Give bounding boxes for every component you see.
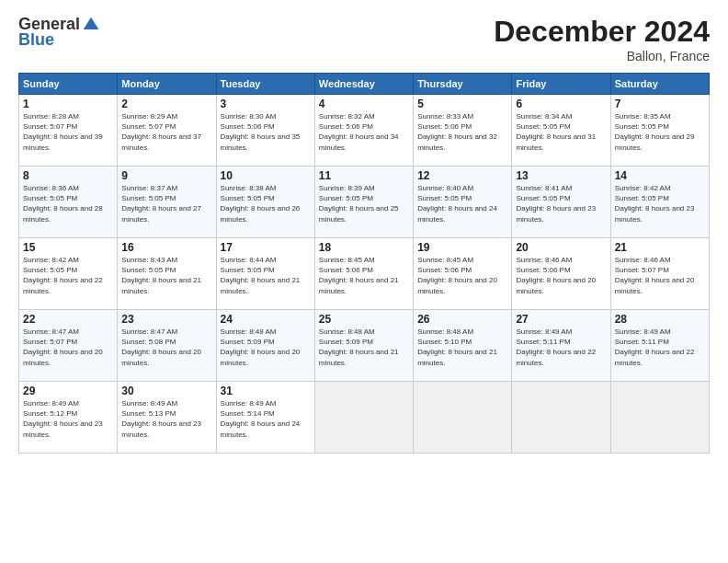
table-row: 14Sunrise: 8:42 AMSunset: 5:05 PMDayligh… — [610, 167, 709, 238]
day-info: Sunrise: 8:29 AMSunset: 5:07 PMDaylight:… — [121, 111, 211, 153]
table-row: 7Sunrise: 8:35 AMSunset: 5:05 PMDaylight… — [610, 95, 709, 167]
day-number: 10 — [221, 169, 311, 182]
table-row — [512, 382, 610, 454]
day-number: 14 — [615, 169, 705, 182]
table-row: 30Sunrise: 8:49 AMSunset: 5:13 PMDayligh… — [118, 382, 216, 454]
day-number: 17 — [221, 241, 311, 254]
col-sunday: Sunday — [19, 74, 118, 95]
calendar-row: 8Sunrise: 8:36 AMSunset: 5:05 PMDaylight… — [19, 167, 710, 238]
day-number: 4 — [319, 98, 409, 110]
table-row: 28Sunrise: 8:49 AMSunset: 5:11 PMDayligh… — [610, 310, 709, 382]
logo-icon — [82, 16, 100, 34]
col-friday: Friday — [512, 74, 610, 95]
table-row: 23Sunrise: 8:47 AMSunset: 5:08 PMDayligh… — [118, 310, 216, 382]
table-row: 9Sunrise: 8:37 AMSunset: 5:05 PMDaylight… — [118, 167, 216, 238]
day-number: 28 — [615, 313, 705, 326]
day-info: Sunrise: 8:39 AMSunset: 5:05 PMDaylight:… — [319, 183, 409, 224]
page: General Blue December 2024 Ballon, Franc… — [0, 0, 728, 563]
day-number: 31 — [221, 385, 311, 397]
day-info: Sunrise: 8:40 AMSunset: 5:05 PMDaylight:… — [417, 183, 507, 224]
day-info: Sunrise: 8:46 AMSunset: 5:06 PMDaylight:… — [516, 255, 606, 296]
col-saturday: Saturday — [610, 74, 709, 95]
table-row: 24Sunrise: 8:48 AMSunset: 5:09 PMDayligh… — [216, 310, 314, 382]
day-info: Sunrise: 8:43 AMSunset: 5:05 PMDaylight:… — [121, 255, 211, 296]
day-info: Sunrise: 8:33 AMSunset: 5:06 PMDaylight:… — [417, 111, 507, 153]
table-row: 19Sunrise: 8:45 AMSunset: 5:06 PMDayligh… — [414, 238, 512, 310]
calendar-row: 22Sunrise: 8:47 AMSunset: 5:07 PMDayligh… — [19, 310, 710, 382]
table-row: 21Sunrise: 8:46 AMSunset: 5:07 PMDayligh… — [610, 238, 709, 310]
calendar-row: 1Sunrise: 8:28 AMSunset: 5:07 PMDaylight… — [19, 95, 710, 167]
table-row: 20Sunrise: 8:46 AMSunset: 5:06 PMDayligh… — [512, 238, 610, 310]
col-thursday: Thursday — [414, 74, 512, 95]
day-info: Sunrise: 8:42 AMSunset: 5:05 PMDaylight:… — [23, 255, 113, 296]
day-number: 23 — [121, 313, 211, 326]
day-number: 9 — [121, 169, 211, 182]
day-number: 25 — [319, 313, 409, 326]
col-wednesday: Wednesday — [314, 74, 413, 95]
day-info: Sunrise: 8:49 AMSunset: 5:11 PMDaylight:… — [615, 327, 705, 368]
day-number: 2 — [121, 98, 211, 110]
day-number: 21 — [615, 241, 705, 254]
col-tuesday: Tuesday — [216, 74, 314, 95]
day-info: Sunrise: 8:30 AMSunset: 5:06 PMDaylight:… — [221, 111, 311, 153]
table-row: 22Sunrise: 8:47 AMSunset: 5:07 PMDayligh… — [19, 310, 118, 382]
table-row: 1Sunrise: 8:28 AMSunset: 5:07 PMDaylight… — [19, 95, 118, 167]
table-row: 16Sunrise: 8:43 AMSunset: 5:05 PMDayligh… — [118, 238, 216, 310]
day-number: 30 — [121, 385, 211, 397]
day-number: 6 — [516, 98, 606, 110]
day-number: 3 — [221, 98, 311, 110]
title-block: December 2024 Ballon, France — [494, 15, 710, 63]
day-number: 26 — [417, 313, 507, 326]
table-row: 5Sunrise: 8:33 AMSunset: 5:06 PMDaylight… — [414, 95, 512, 167]
month-title: December 2024 — [494, 15, 710, 49]
logo-blue: Blue — [18, 30, 54, 50]
table-row: 2Sunrise: 8:29 AMSunset: 5:07 PMDaylight… — [118, 95, 216, 167]
day-info: Sunrise: 8:49 AMSunset: 5:13 PMDaylight:… — [121, 398, 211, 440]
day-info: Sunrise: 8:34 AMSunset: 5:05 PMDaylight:… — [516, 111, 606, 153]
calendar-row: 15Sunrise: 8:42 AMSunset: 5:05 PMDayligh… — [19, 238, 710, 310]
day-info: Sunrise: 8:36 AMSunset: 5:05 PMDaylight:… — [23, 183, 113, 224]
day-info: Sunrise: 8:42 AMSunset: 5:05 PMDaylight:… — [615, 183, 705, 224]
day-info: Sunrise: 8:47 AMSunset: 5:07 PMDaylight:… — [23, 327, 113, 368]
day-info: Sunrise: 8:48 AMSunset: 5:10 PMDaylight:… — [417, 327, 507, 368]
day-number: 1 — [23, 98, 113, 110]
day-info: Sunrise: 8:45 AMSunset: 5:06 PMDaylight:… — [319, 255, 409, 296]
day-number: 27 — [516, 313, 606, 326]
calendar-header-row: Sunday Monday Tuesday Wednesday Thursday… — [19, 74, 710, 95]
day-info: Sunrise: 8:48 AMSunset: 5:09 PMDaylight:… — [319, 327, 409, 368]
day-number: 24 — [221, 313, 311, 326]
table-row: 26Sunrise: 8:48 AMSunset: 5:10 PMDayligh… — [414, 310, 512, 382]
table-row: 15Sunrise: 8:42 AMSunset: 5:05 PMDayligh… — [19, 238, 118, 310]
day-info: Sunrise: 8:45 AMSunset: 5:06 PMDaylight:… — [417, 255, 507, 296]
table-row: 6Sunrise: 8:34 AMSunset: 5:05 PMDaylight… — [512, 95, 610, 167]
svg-marker-0 — [84, 17, 99, 29]
day-info: Sunrise: 8:48 AMSunset: 5:09 PMDaylight:… — [221, 327, 311, 368]
day-info: Sunrise: 8:35 AMSunset: 5:05 PMDaylight:… — [615, 111, 705, 153]
day-number: 19 — [417, 241, 507, 254]
table-row: 10Sunrise: 8:38 AMSunset: 5:05 PMDayligh… — [216, 167, 314, 238]
day-number: 29 — [23, 385, 113, 397]
day-info: Sunrise: 8:32 AMSunset: 5:06 PMDaylight:… — [319, 111, 409, 153]
table-row: 25Sunrise: 8:48 AMSunset: 5:09 PMDayligh… — [314, 310, 413, 382]
day-info: Sunrise: 8:49 AMSunset: 5:12 PMDaylight:… — [23, 398, 113, 440]
day-info: Sunrise: 8:38 AMSunset: 5:05 PMDaylight:… — [221, 183, 311, 224]
calendar: Sunday Monday Tuesday Wednesday Thursday… — [18, 73, 710, 454]
table-row — [610, 382, 709, 454]
calendar-row: 29Sunrise: 8:49 AMSunset: 5:12 PMDayligh… — [19, 382, 710, 454]
location: Ballon, France — [494, 49, 710, 63]
day-info: Sunrise: 8:28 AMSunset: 5:07 PMDaylight:… — [23, 111, 113, 153]
logo: General Blue — [18, 15, 100, 50]
table-row: 27Sunrise: 8:49 AMSunset: 5:11 PMDayligh… — [512, 310, 610, 382]
day-number: 13 — [516, 169, 606, 182]
day-info: Sunrise: 8:44 AMSunset: 5:05 PMDaylight:… — [221, 255, 311, 296]
table-row: 29Sunrise: 8:49 AMSunset: 5:12 PMDayligh… — [19, 382, 118, 454]
col-monday: Monday — [118, 74, 216, 95]
table-row — [314, 382, 413, 454]
table-row: 17Sunrise: 8:44 AMSunset: 5:05 PMDayligh… — [216, 238, 314, 310]
table-row: 3Sunrise: 8:30 AMSunset: 5:06 PMDaylight… — [216, 95, 314, 167]
header: General Blue December 2024 Ballon, Franc… — [18, 15, 710, 63]
table-row: 31Sunrise: 8:49 AMSunset: 5:14 PMDayligh… — [216, 382, 314, 454]
day-info: Sunrise: 8:37 AMSunset: 5:05 PMDaylight:… — [121, 183, 211, 224]
day-number: 22 — [23, 313, 113, 326]
table-row: 13Sunrise: 8:41 AMSunset: 5:05 PMDayligh… — [512, 167, 610, 238]
